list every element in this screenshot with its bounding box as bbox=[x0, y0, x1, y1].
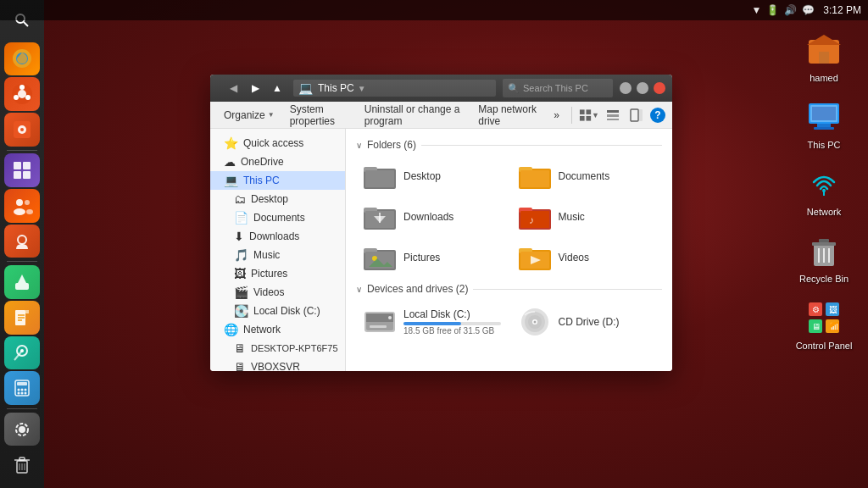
taskbar-people-icon[interactable] bbox=[4, 189, 40, 223]
svg-rect-108 bbox=[370, 325, 387, 328]
drive-item-d[interactable]: CD Drive (D:) bbox=[511, 302, 663, 342]
svg-rect-93 bbox=[520, 211, 549, 228]
volume-icon: 🔊 bbox=[784, 4, 797, 16]
close-button[interactable] bbox=[654, 82, 665, 94]
more-button[interactable]: » bbox=[547, 107, 566, 124]
breadcrumb-icon: 💻 bbox=[298, 81, 313, 95]
svg-rect-59 bbox=[819, 239, 829, 242]
svg-rect-15 bbox=[23, 171, 31, 179]
desktop-icon-hamed[interactable]: hamed bbox=[790, 30, 858, 83]
toolbar-sep bbox=[571, 107, 572, 124]
svg-point-18 bbox=[25, 200, 30, 205]
svg-rect-85 bbox=[520, 170, 549, 187]
folder-item-pictures[interactable]: Pictures bbox=[356, 239, 508, 276]
window-titlebar: ◀ ▶ ▲ 💻 This PC ▼ 🔍 Search This PC bbox=[210, 75, 672, 102]
sidebar-item-desktop[interactable]: 🗂 Desktop bbox=[210, 190, 345, 208]
sidebar-item-pictures[interactable]: 🖼 Pictures bbox=[210, 264, 345, 283]
sidebar-item-network[interactable]: 🌐 Network bbox=[210, 320, 345, 339]
svg-point-5 bbox=[18, 90, 26, 98]
folder-item-videos[interactable]: Videos bbox=[511, 239, 663, 276]
maximize-button[interactable] bbox=[637, 82, 648, 94]
this-pc-label: This PC bbox=[807, 140, 840, 150]
taskbar-trash-icon[interactable] bbox=[4, 447, 40, 481]
back-button[interactable]: ◀ bbox=[224, 79, 242, 97]
up-button[interactable]: ▲ bbox=[268, 79, 287, 97]
system-properties-button[interactable]: System properties bbox=[283, 101, 356, 130]
taskbar-ubuntu-icon[interactable] bbox=[4, 77, 40, 111]
folder-item-music[interactable]: ♪ Music bbox=[511, 198, 663, 236]
desktop-icon-recycle-bin[interactable]: Recycle Bin bbox=[790, 230, 858, 284]
taskbar-software-icon[interactable] bbox=[4, 113, 40, 147]
videos-sidebar-icon: 🎬 bbox=[234, 286, 248, 299]
svg-point-16 bbox=[16, 199, 23, 206]
folders-section-header: ∨ Folders (6) bbox=[356, 139, 662, 151]
organize-button[interactable]: Organize ▼ bbox=[217, 107, 281, 124]
taskbar-firefox-icon[interactable] bbox=[4, 42, 40, 76]
minimize-button[interactable] bbox=[620, 82, 632, 94]
search-bar[interactable]: 🔍 Search This PC bbox=[503, 79, 613, 97]
svg-point-7 bbox=[25, 95, 31, 100]
desktop-folder-label: Desktop bbox=[403, 170, 441, 182]
svg-point-39 bbox=[25, 391, 27, 394]
map-network-button[interactable]: Map network drive bbox=[471, 101, 545, 130]
desktop-icon-network[interactable]: Network bbox=[790, 164, 858, 217]
preview-pane-button[interactable] bbox=[626, 105, 647, 125]
sidebar-item-documents[interactable]: 📄 Documents bbox=[210, 208, 345, 227]
folder-item-documents[interactable]: Documents bbox=[511, 158, 663, 195]
taskbar-settings-icon[interactable] bbox=[4, 413, 40, 446]
folder-item-desktop[interactable]: Desktop bbox=[356, 158, 508, 195]
taskbar-apps-icon[interactable] bbox=[4, 153, 40, 187]
svg-rect-78 bbox=[631, 109, 638, 121]
sidebar-item-music[interactable]: 🎵 Music bbox=[210, 246, 345, 264]
window-toolbar: Organize ▼ System properties Uninstall o… bbox=[210, 102, 672, 129]
sidebar-item-local-disk[interactable]: 💽 Local Disk (C:) bbox=[210, 302, 345, 320]
drives-chevron[interactable]: ∨ bbox=[356, 285, 362, 294]
forward-button[interactable]: ▶ bbox=[246, 79, 264, 97]
sidebar-item-videos[interactable]: 🎬 Videos bbox=[210, 283, 345, 302]
view-details-button[interactable] bbox=[603, 105, 623, 125]
sidebar-item-desktop-kpt[interactable]: 🖥 DESKTOP-KPT6F75 bbox=[210, 339, 345, 358]
sidebar-item-this-pc[interactable]: 💻 This PC bbox=[210, 171, 345, 190]
sidebar-item-vboxsvr[interactable]: 🖥 VBOXSVR bbox=[210, 358, 345, 371]
breadcrumb-dropdown[interactable]: ▼ bbox=[358, 84, 366, 93]
onedrive-icon: ☁ bbox=[224, 155, 236, 169]
desktop-sidebar-icon: 🗂 bbox=[234, 192, 246, 206]
recycle-bin-label: Recycle Bin bbox=[799, 274, 849, 284]
view-tiles-button[interactable]: ▼ bbox=[579, 105, 599, 125]
organize-dropdown-arrow: ▼ bbox=[268, 111, 275, 119]
taskbar-file-icon[interactable] bbox=[4, 301, 40, 335]
svg-text:♪: ♪ bbox=[529, 214, 534, 226]
folder-item-downloads[interactable]: Downloads bbox=[356, 198, 508, 236]
sidebar-item-downloads[interactable]: ⬇ Downloads bbox=[210, 227, 345, 246]
desktop-icon-control-panel[interactable]: ⚙ 🖼 🖥 📶 Control Panel bbox=[790, 297, 858, 351]
music-folder-icon: ♪ bbox=[518, 203, 552, 230]
drive-item-c[interactable]: Local Disk (C:) 18.5 GB free of 31.5 GB bbox=[356, 302, 508, 342]
breadcrumb-bar[interactable]: 💻 This PC ▼ bbox=[293, 80, 496, 97]
svg-rect-54 bbox=[814, 127, 834, 130]
window-nav: ◀ ▶ ▲ 💻 This PC ▼ 🔍 Search This PC bbox=[217, 79, 620, 97]
sidebar-item-onedrive[interactable]: ☁ OneDrive bbox=[210, 152, 345, 171]
taskbar-map-icon[interactable] bbox=[4, 336, 40, 370]
drive-bar-fill bbox=[403, 322, 461, 325]
taskbar-privacy-icon[interactable] bbox=[4, 225, 40, 258]
drives-section-header: ∨ Devices and drives (2) bbox=[356, 283, 662, 295]
taskbar-calc-icon[interactable] bbox=[4, 371, 40, 405]
svg-point-37 bbox=[18, 391, 20, 394]
notifications-icon: 💬 bbox=[802, 4, 815, 16]
svg-point-19 bbox=[26, 209, 33, 214]
folders-chevron[interactable]: ∨ bbox=[356, 141, 362, 150]
svg-rect-50 bbox=[819, 52, 829, 64]
folders-grid: Desktop Documents bbox=[356, 158, 662, 276]
battery-icon: 🔋 bbox=[766, 4, 779, 16]
svg-point-36 bbox=[25, 388, 27, 391]
desktop-icon-this-pc[interactable]: This PC bbox=[790, 97, 858, 150]
taskbar-paint-icon[interactable] bbox=[4, 265, 40, 299]
control-panel-label: Control Panel bbox=[796, 341, 853, 351]
uninstall-button[interactable]: Uninstall or change a program bbox=[358, 101, 470, 130]
svg-rect-74 bbox=[586, 115, 591, 120]
drives-grid: Local Disk (C:) 18.5 GB free of 31.5 GB bbox=[356, 302, 662, 342]
svg-rect-82 bbox=[365, 170, 394, 187]
help-button[interactable]: ? bbox=[650, 108, 665, 123]
sidebar-item-quick-access[interactable]: ⭐ Quick access bbox=[210, 134, 345, 152]
documents-folder-icon bbox=[518, 163, 552, 190]
